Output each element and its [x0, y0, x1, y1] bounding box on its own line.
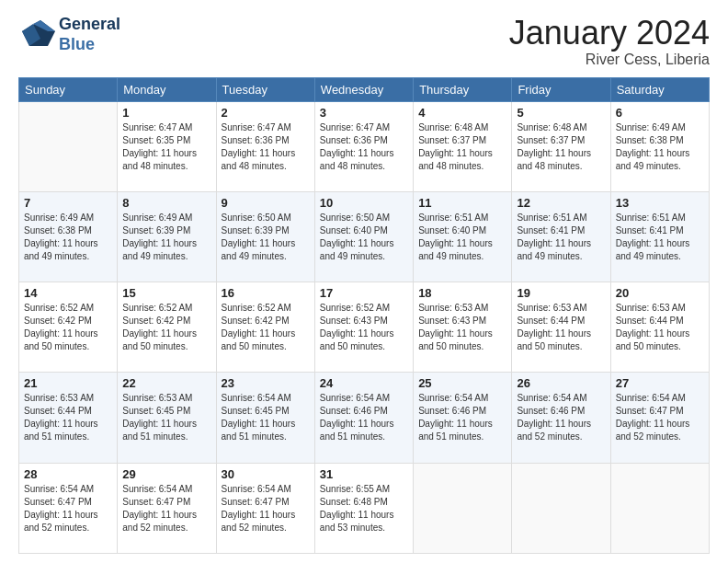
day-number: 10 — [320, 196, 408, 210]
day-info: Sunrise: 6:51 AM Sunset: 6:40 PM Dayligh… — [418, 212, 506, 263]
calendar-row: 7Sunrise: 6:49 AM Sunset: 6:38 PM Daylig… — [19, 191, 710, 282]
calendar-cell — [414, 463, 512, 553]
day-number: 27 — [616, 376, 704, 390]
day-info: Sunrise: 6:54 AM Sunset: 6:47 PM Dayligh… — [122, 483, 210, 534]
day-number: 11 — [418, 196, 506, 210]
col-header-saturday: Saturday — [610, 77, 709, 101]
calendar-cell: 11Sunrise: 6:51 AM Sunset: 6:40 PM Dayli… — [414, 191, 512, 282]
day-info: Sunrise: 6:48 AM Sunset: 6:37 PM Dayligh… — [418, 121, 506, 173]
day-number: 9 — [222, 196, 310, 210]
col-header-wednesday: Wednesday — [314, 77, 413, 101]
calendar-cell: 7Sunrise: 6:49 AM Sunset: 6:38 PM Daylig… — [19, 191, 118, 282]
subtitle: River Cess, Liberia — [509, 52, 710, 68]
day-number: 25 — [418, 376, 506, 390]
calendar-cell — [19, 101, 118, 191]
day-number: 19 — [517, 286, 605, 300]
day-number: 6 — [616, 106, 704, 120]
calendar-cell: 24Sunrise: 6:54 AM Sunset: 6:46 PM Dayli… — [314, 373, 413, 463]
calendar-cell: 9Sunrise: 6:50 AM Sunset: 6:39 PM Daylig… — [216, 191, 314, 282]
day-info: Sunrise: 6:52 AM Sunset: 6:42 PM Dayligh… — [122, 302, 210, 353]
calendar-cell: 3Sunrise: 6:47 AM Sunset: 6:36 PM Daylig… — [314, 101, 413, 191]
day-number: 1 — [122, 106, 210, 120]
day-info: Sunrise: 6:47 AM Sunset: 6:36 PM Dayligh… — [222, 121, 310, 173]
day-info: Sunrise: 6:47 AM Sunset: 6:35 PM Dayligh… — [122, 121, 210, 173]
day-number: 20 — [616, 286, 704, 300]
calendar-cell: 14Sunrise: 6:52 AM Sunset: 6:42 PM Dayli… — [19, 282, 118, 373]
day-number: 22 — [122, 376, 210, 390]
day-info: Sunrise: 6:53 AM Sunset: 6:44 PM Dayligh… — [616, 302, 704, 353]
col-header-sunday: Sunday — [19, 77, 118, 101]
day-info: Sunrise: 6:54 AM Sunset: 6:46 PM Dayligh… — [517, 392, 605, 443]
day-info: Sunrise: 6:51 AM Sunset: 6:41 PM Dayligh… — [517, 212, 605, 263]
day-number: 13 — [616, 196, 704, 210]
calendar-cell: 28Sunrise: 6:54 AM Sunset: 6:47 PM Dayli… — [19, 463, 118, 553]
calendar-cell: 1Sunrise: 6:47 AM Sunset: 6:35 PM Daylig… — [118, 101, 216, 191]
day-info: Sunrise: 6:48 AM Sunset: 6:37 PM Dayligh… — [517, 121, 605, 173]
col-header-tuesday: Tuesday — [216, 77, 314, 101]
day-number: 30 — [222, 467, 310, 481]
day-number: 17 — [320, 286, 408, 300]
day-info: Sunrise: 6:49 AM Sunset: 6:38 PM Dayligh… — [616, 121, 704, 173]
calendar-row: 1Sunrise: 6:47 AM Sunset: 6:35 PM Daylig… — [19, 101, 710, 191]
day-number: 8 — [122, 196, 210, 210]
calendar-cell: 16Sunrise: 6:52 AM Sunset: 6:42 PM Dayli… — [216, 282, 314, 373]
day-number: 24 — [320, 376, 408, 390]
calendar-row: 14Sunrise: 6:52 AM Sunset: 6:42 PM Dayli… — [19, 282, 710, 373]
day-info: Sunrise: 6:54 AM Sunset: 6:47 PM Dayligh… — [24, 483, 112, 534]
calendar-cell: 30Sunrise: 6:54 AM Sunset: 6:47 PM Dayli… — [216, 463, 314, 553]
day-info: Sunrise: 6:47 AM Sunset: 6:36 PM Dayligh… — [320, 121, 408, 173]
col-header-monday: Monday — [118, 77, 216, 101]
day-info: Sunrise: 6:53 AM Sunset: 6:45 PM Dayligh… — [122, 392, 210, 443]
calendar-cell: 17Sunrise: 6:52 AM Sunset: 6:43 PM Dayli… — [314, 282, 413, 373]
header: General Blue January 2024 River Cess, Li… — [18, 15, 710, 68]
day-info: Sunrise: 6:54 AM Sunset: 6:46 PM Dayligh… — [320, 392, 408, 443]
day-number: 4 — [418, 106, 506, 120]
calendar-cell: 29Sunrise: 6:54 AM Sunset: 6:47 PM Dayli… — [118, 463, 216, 553]
day-number: 18 — [418, 286, 506, 300]
day-number: 3 — [320, 106, 408, 120]
day-number: 21 — [24, 376, 112, 390]
day-number: 23 — [222, 376, 310, 390]
calendar-cell: 19Sunrise: 6:53 AM Sunset: 6:44 PM Dayli… — [512, 282, 610, 373]
calendar-cell: 10Sunrise: 6:50 AM Sunset: 6:40 PM Dayli… — [314, 191, 413, 282]
day-info: Sunrise: 6:53 AM Sunset: 6:44 PM Dayligh… — [517, 302, 605, 353]
calendar-cell: 15Sunrise: 6:52 AM Sunset: 6:42 PM Dayli… — [118, 282, 216, 373]
col-header-thursday: Thursday — [414, 77, 512, 101]
calendar-cell: 2Sunrise: 6:47 AM Sunset: 6:36 PM Daylig… — [216, 101, 314, 191]
title-block: January 2024 River Cess, Liberia — [509, 15, 710, 68]
day-number: 12 — [517, 196, 605, 210]
calendar-cell: 26Sunrise: 6:54 AM Sunset: 6:46 PM Dayli… — [512, 373, 610, 463]
calendar-cell: 20Sunrise: 6:53 AM Sunset: 6:44 PM Dayli… — [610, 282, 709, 373]
day-number: 26 — [517, 376, 605, 390]
calendar-cell — [610, 463, 709, 553]
day-info: Sunrise: 6:54 AM Sunset: 6:45 PM Dayligh… — [222, 392, 310, 443]
day-number: 2 — [222, 106, 310, 120]
calendar-row: 21Sunrise: 6:53 AM Sunset: 6:44 PM Dayli… — [19, 373, 710, 463]
day-info: Sunrise: 6:53 AM Sunset: 6:44 PM Dayligh… — [24, 392, 112, 443]
day-info: Sunrise: 6:52 AM Sunset: 6:43 PM Dayligh… — [320, 302, 408, 353]
main-title: January 2024 — [509, 15, 710, 52]
calendar-cell: 21Sunrise: 6:53 AM Sunset: 6:44 PM Dayli… — [19, 373, 118, 463]
day-info: Sunrise: 6:50 AM Sunset: 6:39 PM Dayligh… — [222, 212, 310, 263]
day-info: Sunrise: 6:49 AM Sunset: 6:39 PM Dayligh… — [122, 212, 210, 263]
calendar-cell: 13Sunrise: 6:51 AM Sunset: 6:41 PM Dayli… — [610, 191, 709, 282]
calendar-header-row: SundayMondayTuesdayWednesdayThursdayFrid… — [19, 77, 710, 101]
calendar-cell: 27Sunrise: 6:54 AM Sunset: 6:47 PM Dayli… — [610, 373, 709, 463]
calendar-cell: 25Sunrise: 6:54 AM Sunset: 6:46 PM Dayli… — [414, 373, 512, 463]
page: General Blue January 2024 River Cess, Li… — [0, 0, 728, 563]
day-info: Sunrise: 6:50 AM Sunset: 6:40 PM Dayligh… — [320, 212, 408, 263]
col-header-friday: Friday — [512, 77, 610, 101]
calendar-cell: 5Sunrise: 6:48 AM Sunset: 6:37 PM Daylig… — [512, 101, 610, 191]
day-number: 7 — [24, 196, 112, 210]
day-info: Sunrise: 6:54 AM Sunset: 6:47 PM Dayligh… — [616, 392, 704, 443]
calendar-cell: 22Sunrise: 6:53 AM Sunset: 6:45 PM Dayli… — [118, 373, 216, 463]
day-number: 14 — [24, 286, 112, 300]
day-number: 16 — [222, 286, 310, 300]
calendar-cell — [512, 463, 610, 553]
day-info: Sunrise: 6:52 AM Sunset: 6:42 PM Dayligh… — [222, 302, 310, 353]
calendar-cell: 6Sunrise: 6:49 AM Sunset: 6:38 PM Daylig… — [610, 101, 709, 191]
day-info: Sunrise: 6:54 AM Sunset: 6:47 PM Dayligh… — [222, 483, 310, 534]
day-info: Sunrise: 6:49 AM Sunset: 6:38 PM Dayligh… — [24, 212, 112, 263]
day-number: 28 — [24, 467, 112, 481]
logo: General Blue — [18, 15, 120, 54]
